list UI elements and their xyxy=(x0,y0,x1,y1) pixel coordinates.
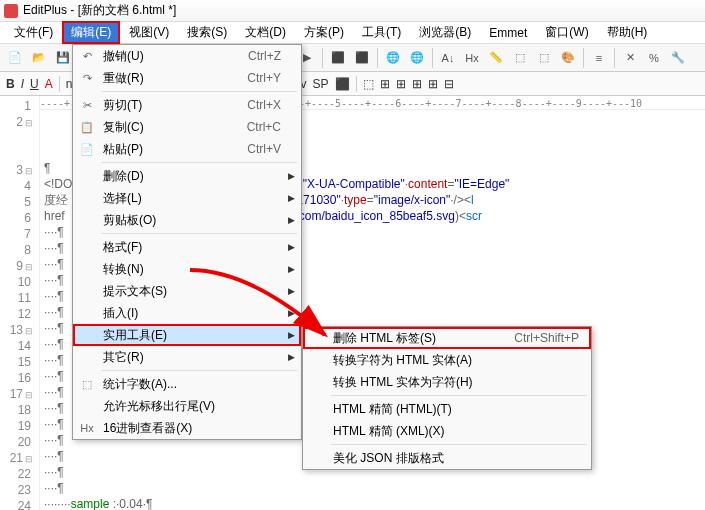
toolbar-btn-21[interactable]: 🌐 xyxy=(406,47,428,69)
submenu-item-1[interactable]: 转换字符为 HTML 实体(A) xyxy=(303,349,591,371)
toolbar-btn-32[interactable]: ✕ xyxy=(619,47,641,69)
toolbar-btn-24[interactable]: Hx xyxy=(461,47,483,69)
titlebar: EditPlus - [新的文档 6.html *] xyxy=(0,0,705,22)
menu-0[interactable]: 文件(F) xyxy=(6,22,61,43)
menu-4[interactable]: 文档(D) xyxy=(237,22,294,43)
edit-menu-item-19[interactable]: 允许光标移出行尾(V) xyxy=(73,395,301,417)
line-gutter: 12⊟3⊟456789⊟10111213⊟14151617⊟18192021⊟2… xyxy=(0,96,40,510)
toolbar-btn-20[interactable]: 🌐 xyxy=(382,47,404,69)
toolbar-btn-2[interactable]: 💾 xyxy=(52,47,74,69)
edit-menu-item-7[interactable]: 删除(D)▶ xyxy=(73,165,301,187)
html-toolbar-btn-22[interactable]: ⬚ xyxy=(363,77,374,91)
window-title: EditPlus - [新的文档 6.html *] xyxy=(23,2,176,19)
submenu-item-0[interactable]: 删除 HTML 标签(S)Ctrl+Shift+P xyxy=(303,327,591,349)
toolbar-btn-30[interactable]: ≡ xyxy=(588,47,610,69)
menu-1[interactable]: 编辑(E) xyxy=(63,22,119,43)
toolbar-btn-26[interactable]: ⬚ xyxy=(509,47,531,69)
edit-menu-item-0[interactable]: ↶撤销(U)Ctrl+Z xyxy=(73,45,301,67)
menu-6[interactable]: 工具(T) xyxy=(354,22,409,43)
html-toolbar-btn-19[interactable]: SP xyxy=(313,77,329,91)
submenu-item-5[interactable]: HTML 精简 (XML)(X) xyxy=(303,420,591,442)
toolbar-btn-18[interactable]: ⬛ xyxy=(351,47,373,69)
edit-menu-item-8[interactable]: 选择(L)▶ xyxy=(73,187,301,209)
menubar: 文件(F)编辑(E)视图(V)搜索(S)文档(D)方案(P)工具(T)浏览器(B… xyxy=(0,22,705,44)
edit-menu-item-13[interactable]: 提示文本(S)▶ xyxy=(73,280,301,302)
html-toolbar-btn-3[interactable]: A xyxy=(45,77,53,91)
html-toolbar-btn-26[interactable]: ⊞ xyxy=(428,77,438,91)
edit-menu-item-4[interactable]: 📋复制(C)Ctrl+C xyxy=(73,116,301,138)
edit-menu-item-12[interactable]: 转换(N)▶ xyxy=(73,258,301,280)
toolbar-btn-34[interactable]: 🔧 xyxy=(667,47,689,69)
submenu-item-7[interactable]: 美化 JSON 排版格式 xyxy=(303,447,591,469)
edit-menu-item-1[interactable]: ↷重做(R)Ctrl+Y xyxy=(73,67,301,89)
edit-menu-item-20[interactable]: Hx16进制查看器(X) xyxy=(73,417,301,439)
menu-7[interactable]: 浏览器(B) xyxy=(411,22,479,43)
utilities-submenu: 删除 HTML 标签(S)Ctrl+Shift+P转换字符为 HTML 实体(A… xyxy=(302,326,592,470)
toolbar-btn-23[interactable]: A↓ xyxy=(437,47,459,69)
edit-menu-item-18[interactable]: ⬚统计字数(A)... xyxy=(73,373,301,395)
toolbar-btn-27[interactable]: ⬚ xyxy=(533,47,555,69)
html-toolbar-btn-0[interactable]: B xyxy=(6,77,15,91)
edit-menu-item-3[interactable]: ✂剪切(T)Ctrl+X xyxy=(73,94,301,116)
menu-10[interactable]: 帮助(H) xyxy=(599,22,656,43)
toolbar-btn-17[interactable]: ⬛ xyxy=(327,47,349,69)
toolbar-btn-1[interactable]: 📂 xyxy=(28,47,50,69)
toolbar-btn-28[interactable]: 🎨 xyxy=(557,47,579,69)
toolbar-btn-0[interactable]: 📄 xyxy=(4,47,26,69)
edit-menu-item-14[interactable]: 插入(I)▶ xyxy=(73,302,301,324)
submenu-item-4[interactable]: HTML 精简 (HTML)(T) xyxy=(303,398,591,420)
edit-menu-dropdown: ↶撤销(U)Ctrl+Z↷重做(R)Ctrl+Y✂剪切(T)Ctrl+X📋复制(… xyxy=(72,44,302,440)
edit-menu-item-9[interactable]: 剪贴板(O)▶ xyxy=(73,209,301,231)
html-toolbar-btn-1[interactable]: I xyxy=(21,77,24,91)
menu-8[interactable]: Emmet xyxy=(481,24,535,42)
html-toolbar-btn-23[interactable]: ⊞ xyxy=(380,77,390,91)
html-toolbar-btn-27[interactable]: ⊟ xyxy=(444,77,454,91)
menu-9[interactable]: 窗口(W) xyxy=(537,22,596,43)
toolbar-btn-25[interactable]: 📏 xyxy=(485,47,507,69)
html-toolbar-btn-24[interactable]: ⊞ xyxy=(396,77,406,91)
edit-menu-item-5[interactable]: 📄粘贴(P)Ctrl+V xyxy=(73,138,301,160)
edit-menu-item-16[interactable]: 其它(R)▶ xyxy=(73,346,301,368)
html-toolbar-btn-20[interactable]: ⬛ xyxy=(335,77,350,91)
html-toolbar-btn-2[interactable]: U xyxy=(30,77,39,91)
menu-3[interactable]: 搜索(S) xyxy=(179,22,235,43)
edit-menu-item-15[interactable]: 实用工具(E)▶ xyxy=(73,324,301,346)
menu-5[interactable]: 方案(P) xyxy=(296,22,352,43)
html-toolbar-btn-25[interactable]: ⊞ xyxy=(412,77,422,91)
menu-2[interactable]: 视图(V) xyxy=(121,22,177,43)
submenu-item-2[interactable]: 转换 HTML 实体为字符(H) xyxy=(303,371,591,393)
app-icon xyxy=(4,4,18,18)
edit-menu-item-11[interactable]: 格式(F)▶ xyxy=(73,236,301,258)
toolbar-btn-33[interactable]: % xyxy=(643,47,665,69)
